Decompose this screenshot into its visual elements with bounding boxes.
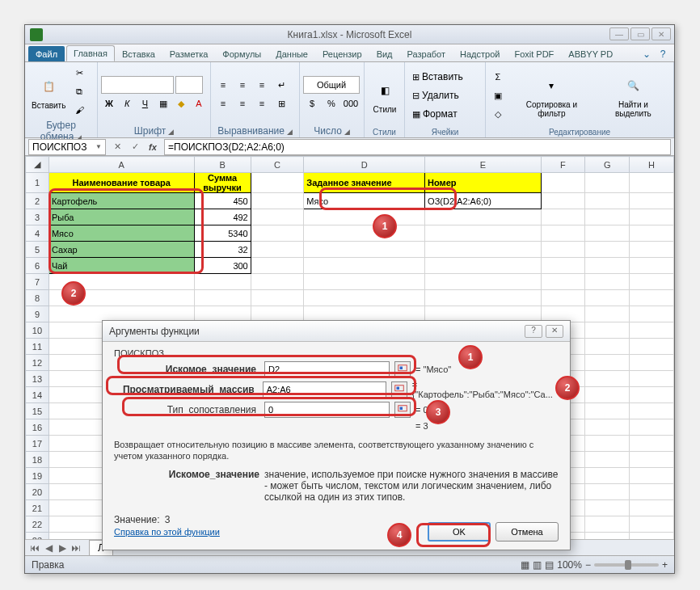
cell-G19[interactable] bbox=[585, 468, 630, 484]
cell-H20[interactable] bbox=[630, 484, 674, 500]
format-painter-button[interactable]: 🖌 bbox=[70, 101, 88, 119]
enter-formula-button[interactable]: ✓ bbox=[127, 140, 143, 154]
cell-B4[interactable]: 5340 bbox=[194, 225, 251, 242]
col-header-A[interactable]: A bbox=[48, 157, 194, 173]
formula-input[interactable]: =ПОИСКПОЗ(D2;A2:A6;0) bbox=[164, 139, 671, 155]
cell-F1[interactable] bbox=[541, 173, 585, 193]
view-layout-button[interactable]: ▥ bbox=[533, 559, 542, 571]
number-format-select[interactable]: Общий bbox=[303, 76, 360, 94]
cell-G3[interactable] bbox=[585, 209, 630, 225]
cell-C3[interactable] bbox=[251, 209, 304, 225]
cell-F3[interactable] bbox=[541, 209, 585, 225]
sheet-first-button[interactable]: ⏮ bbox=[28, 542, 41, 554]
cell-D6[interactable] bbox=[304, 258, 425, 274]
row-header-22[interactable]: 22 bbox=[26, 516, 49, 533]
copy-button[interactable]: ⧉ bbox=[70, 82, 88, 100]
cell-E1[interactable]: Номер bbox=[425, 173, 541, 193]
cell-D7[interactable] bbox=[304, 274, 425, 290]
format-cells-button[interactable]: ▦ Формат bbox=[408, 105, 481, 123]
cell-H12[interactable] bbox=[630, 355, 674, 371]
cell-G7[interactable] bbox=[585, 274, 630, 290]
cell-C4[interactable] bbox=[251, 225, 304, 242]
bold-button[interactable]: Ж bbox=[101, 95, 117, 112]
cell-H9[interactable] bbox=[630, 306, 674, 322]
row-header-17[interactable]: 17 bbox=[26, 436, 49, 452]
cell-G17[interactable] bbox=[585, 436, 630, 452]
cancel-button[interactable]: Отмена bbox=[495, 522, 559, 542]
sheet-next-button[interactable]: ▶ bbox=[56, 542, 69, 554]
wrap-text-button[interactable]: ↵ bbox=[272, 76, 290, 94]
align-launcher[interactable]: ◢ bbox=[287, 128, 293, 136]
align-center-button[interactable]: ≡ bbox=[234, 95, 251, 112]
tab-addins[interactable]: Надстрой bbox=[453, 46, 507, 61]
row-header-18[interactable]: 18 bbox=[26, 452, 49, 468]
sheet-prev-button[interactable]: ◀ bbox=[42, 542, 55, 554]
cell-G16[interactable] bbox=[585, 419, 630, 436]
cell-A4[interactable]: Мясо bbox=[48, 225, 194, 242]
tab-file[interactable]: Файл bbox=[28, 46, 65, 61]
cell-A7[interactable] bbox=[48, 274, 194, 290]
cell-E7[interactable] bbox=[425, 274, 541, 290]
col-header-G[interactable]: G bbox=[585, 157, 630, 173]
find-select-button[interactable]: 🔍 Найти и выделить bbox=[597, 71, 670, 120]
row-header-14[interactable]: 14 bbox=[26, 387, 49, 403]
cell-H7[interactable] bbox=[630, 274, 674, 290]
cell-A2[interactable]: Картофель bbox=[48, 193, 194, 209]
range-picker-1[interactable] bbox=[394, 361, 411, 377]
tab-data[interactable]: Данные bbox=[268, 46, 315, 61]
cell-G22[interactable] bbox=[585, 516, 630, 533]
cell-H4[interactable] bbox=[630, 225, 674, 242]
align-top-button[interactable]: ≡ bbox=[214, 76, 232, 94]
cell-F8[interactable] bbox=[541, 290, 585, 306]
italic-button[interactable]: К bbox=[119, 95, 135, 112]
cell-D1[interactable]: Заданное значение bbox=[304, 173, 425, 193]
comma-button[interactable]: 000 bbox=[342, 95, 360, 112]
help-button[interactable]: ? bbox=[656, 48, 669, 61]
cell-H5[interactable] bbox=[630, 242, 674, 258]
tab-home[interactable]: Главная bbox=[66, 45, 115, 61]
row-header-21[interactable]: 21 bbox=[26, 500, 49, 516]
dialog-help-button[interactable]: ? bbox=[525, 325, 542, 338]
align-right-button[interactable]: ≡ bbox=[253, 95, 271, 112]
delete-cells-button[interactable]: ⊟ Удалить bbox=[408, 86, 481, 104]
cell-B5[interactable]: 32 bbox=[194, 242, 251, 258]
col-header-H[interactable]: H bbox=[630, 157, 674, 173]
cell-G13[interactable] bbox=[585, 371, 630, 387]
cell-H6[interactable] bbox=[630, 258, 674, 274]
cell-D2[interactable]: Мясо bbox=[304, 193, 425, 209]
number-launcher[interactable]: ◢ bbox=[344, 128, 350, 136]
select-all-button[interactable]: ◢ bbox=[26, 157, 49, 173]
row-header-9[interactable]: 9 bbox=[26, 306, 49, 322]
cell-H21[interactable] bbox=[630, 500, 674, 516]
tab-view[interactable]: Вид bbox=[369, 46, 400, 61]
cell-B1[interactable]: Сумма выручки bbox=[194, 173, 251, 193]
zoom-in-button[interactable]: + bbox=[662, 559, 668, 571]
cancel-formula-button[interactable]: ✕ bbox=[109, 140, 125, 154]
cell-B3[interactable]: 492 bbox=[194, 209, 251, 225]
row-header-10[interactable]: 10 bbox=[26, 322, 49, 339]
cell-A5[interactable]: Сахар bbox=[48, 242, 194, 258]
cell-D3[interactable] bbox=[304, 209, 425, 225]
cell-F7[interactable] bbox=[541, 274, 585, 290]
underline-button[interactable]: Ч bbox=[137, 95, 153, 112]
cell-H2[interactable] bbox=[630, 193, 674, 209]
cell-D4[interactable] bbox=[304, 225, 425, 242]
cell-G21[interactable] bbox=[585, 500, 630, 516]
percent-button[interactable]: % bbox=[323, 95, 340, 112]
cell-B2[interactable]: 450 bbox=[194, 193, 251, 209]
col-header-B[interactable]: B bbox=[194, 157, 251, 173]
cell-A6[interactable]: Чай bbox=[48, 258, 194, 274]
cell-G4[interactable] bbox=[585, 225, 630, 242]
minimize-ribbon-button[interactable]: ⌄ bbox=[640, 48, 653, 61]
zoom-slider[interactable] bbox=[594, 563, 659, 567]
cell-A1[interactable]: Наименование товара bbox=[48, 173, 194, 193]
currency-button[interactable]: $ bbox=[303, 95, 321, 112]
row-header-16[interactable]: 16 bbox=[26, 419, 49, 436]
sheet-last-button[interactable]: ⏭ bbox=[70, 542, 82, 554]
row-header-11[interactable]: 11 bbox=[26, 339, 49, 355]
maximize-button[interactable]: ▭ bbox=[630, 27, 650, 40]
cell-H18[interactable] bbox=[630, 452, 674, 468]
cell-A3[interactable]: Рыба bbox=[48, 209, 194, 225]
arg-input-match-type[interactable] bbox=[264, 402, 390, 418]
cell-B7[interactable] bbox=[194, 274, 251, 290]
